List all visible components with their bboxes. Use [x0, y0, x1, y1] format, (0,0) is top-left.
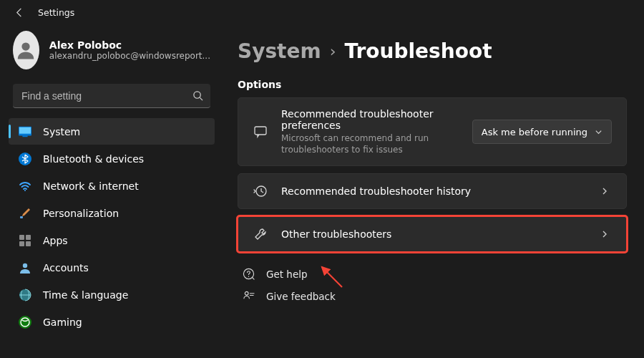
sidebar-item-system[interactable]: System — [9, 118, 215, 145]
nav-list: System Bluetooth & devices Network & int… — [9, 118, 215, 335]
svg-rect-3 — [19, 127, 31, 133]
svg-rect-8 — [19, 235, 24, 240]
brush-icon — [19, 207, 31, 220]
sidebar-item-network[interactable]: Network & internet — [9, 173, 215, 199]
sidebar-item-accounts[interactable]: Accounts — [9, 254, 215, 281]
sidebar-item-label: Apps — [43, 235, 68, 246]
user-name: Alex Poloboc — [49, 39, 210, 51]
search-input[interactable] — [21, 90, 192, 102]
avatar — [13, 31, 39, 69]
sidebar-item-gaming[interactable]: Gaming — [9, 309, 215, 335]
breadcrumb: System › Troubleshoot — [238, 39, 627, 63]
svg-rect-11 — [26, 241, 31, 246]
card-subtitle: Microsoft can recommend and run troubles… — [281, 132, 459, 155]
svg-rect-10 — [19, 241, 24, 246]
chevron-right-icon: › — [330, 42, 336, 60]
back-icon[interactable] — [14, 7, 25, 18]
card-title: Recommended troubleshooter preferences — [281, 108, 459, 131]
svg-rect-9 — [26, 235, 31, 240]
sidebar-item-personalization[interactable]: Personalization — [9, 200, 215, 226]
sidebar-item-label: System — [43, 126, 80, 137]
sidebar-item-label: Gaming — [43, 316, 82, 328]
svg-rect-4 — [22, 135, 27, 137]
footer-link-label: Give feedback — [266, 291, 336, 302]
app-title: Settings — [38, 7, 74, 18]
gaming-icon — [19, 316, 31, 329]
sidebar: Alex Poloboc alexandru_poloboc@windowsre… — [0, 18, 220, 335]
give-feedback-link[interactable]: Give feedback — [242, 290, 627, 302]
sidebar-item-time[interactable]: Time & language — [9, 281, 215, 308]
sidebar-item-label: Network & internet — [43, 180, 139, 192]
footer-link-label: Get help — [266, 268, 308, 280]
chevron-down-icon — [595, 128, 602, 136]
main-content: System › Troubleshoot Options Recommende… — [220, 18, 644, 335]
sidebar-item-label: Time & language — [43, 289, 128, 301]
search-icon — [192, 90, 203, 101]
wifi-icon — [19, 180, 31, 193]
dropdown-value: Ask me before running — [482, 127, 587, 137]
sidebar-item-label: Personalization — [43, 208, 119, 219]
svg-point-0 — [22, 42, 30, 50]
troubleshooter-preference-dropdown[interactable]: Ask me before running — [472, 120, 612, 144]
history-icon — [253, 184, 268, 198]
svg-rect-7 — [20, 216, 23, 218]
chevron-right-icon — [597, 230, 612, 238]
help-icon — [242, 268, 255, 280]
sidebar-item-bluetooth[interactable]: Bluetooth & devices — [9, 145, 215, 172]
card-other-troubleshooters[interactable]: Other troubleshooters — [238, 216, 627, 252]
chevron-right-icon — [597, 187, 612, 195]
breadcrumb-leaf: Troubleshoot — [344, 39, 492, 63]
apps-icon — [19, 234, 31, 247]
svg-rect-16 — [255, 127, 266, 135]
monitor-icon — [19, 125, 31, 138]
sidebar-item-apps[interactable]: Apps — [9, 227, 215, 253]
breadcrumb-parent[interactable]: System — [238, 39, 321, 63]
user-profile[interactable]: Alex Poloboc alexandru_poloboc@windowsre… — [9, 28, 215, 78]
user-email: alexandru_poloboc@windowsreport... — [49, 51, 210, 61]
svg-point-12 — [23, 263, 27, 267]
svg-point-20 — [245, 292, 248, 296]
clock-globe-icon — [19, 289, 31, 301]
svg-point-1 — [194, 92, 200, 98]
wrench-icon — [253, 227, 268, 241]
svg-point-19 — [248, 276, 248, 277]
card-title: Recommended troubleshooter history — [281, 185, 585, 197]
sidebar-item-label: Accounts — [43, 262, 89, 274]
svg-point-6 — [24, 190, 26, 191]
card-title: Other troubleshooters — [281, 228, 585, 240]
section-label: Options — [238, 79, 627, 90]
get-help-link[interactable]: Get help — [242, 268, 627, 280]
sidebar-item-label: Bluetooth & devices — [43, 153, 144, 165]
search-box[interactable] — [13, 84, 210, 108]
accounts-icon — [19, 261, 31, 274]
feedback-icon — [242, 290, 255, 302]
bluetooth-icon — [19, 153, 31, 165]
card-recommended-preferences: Recommended troubleshooter preferences M… — [238, 97, 627, 166]
chat-icon — [253, 125, 268, 139]
card-troubleshooter-history[interactable]: Recommended troubleshooter history — [238, 173, 627, 209]
